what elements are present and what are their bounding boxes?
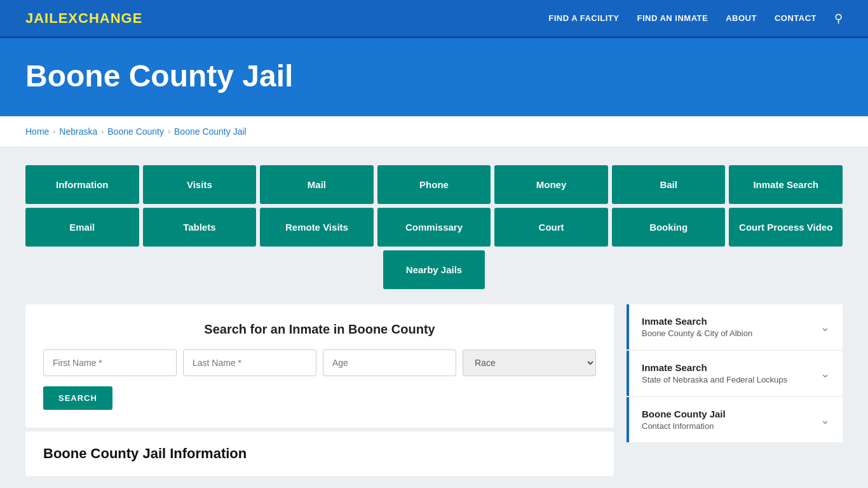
btn-nearby-jails[interactable]: Nearby Jails (383, 250, 485, 289)
content-lower: Search for an Inmate in Boone County Rac… (25, 304, 843, 476)
search-title: Search for an Inmate in Boone County (43, 322, 596, 337)
button-grid-row3: Nearby Jails (25, 250, 843, 289)
button-grid-row1: Information Visits Mail Phone Money Bail… (25, 165, 843, 204)
search-icon[interactable]: ⚲ (834, 11, 843, 25)
info-section: Boone County Jail Information (25, 431, 614, 476)
sidebar-item-title: Boone County Jail (642, 409, 726, 419)
sidebar: Inmate Search Boone County & City of Alb… (627, 304, 843, 444)
btn-bail[interactable]: Bail (612, 165, 726, 204)
sidebar-item-inmate-search-state[interactable]: Inmate Search State of Nebraska and Fede… (627, 351, 843, 396)
nav-about[interactable]: ABOUT (726, 13, 757, 23)
btn-commissary[interactable]: Commissary (377, 208, 491, 247)
nav-find-inmate[interactable]: FIND AN INMATE (637, 13, 708, 23)
breadcrumb-boone-county-jail[interactable]: Boone County Jail (174, 126, 247, 137)
first-name-input[interactable] (43, 349, 177, 376)
btn-information[interactable]: Information (25, 165, 139, 204)
nav-find-facility[interactable]: FIND A FACILITY (548, 13, 619, 23)
race-select[interactable]: Race White Black Hispanic Asian Other (463, 349, 596, 376)
navbar: JAILEXCHANGE FIND A FACILITY FIND AN INM… (0, 0, 868, 38)
search-box: Search for an Inmate in Boone County Rac… (25, 304, 614, 428)
sidebar-item-title: Inmate Search (642, 316, 752, 327)
btn-remote-visits[interactable]: Remote Visits (260, 208, 374, 247)
main-content: Information Visits Mail Phone Money Bail… (0, 147, 868, 488)
chevron-down-icon: ⌄ (820, 367, 830, 381)
btn-court-process-video[interactable]: Court Process Video (729, 208, 843, 247)
btn-phone[interactable]: Phone (377, 165, 491, 204)
info-title: Boone County Jail Information (43, 445, 596, 462)
chevron-icon: › (168, 127, 170, 136)
last-name-input[interactable] (183, 349, 316, 376)
chevron-icon: › (53, 127, 55, 136)
breadcrumb-boone-county[interactable]: Boone County (107, 126, 164, 137)
btn-booking[interactable]: Booking (612, 208, 726, 247)
breadcrumb-nebraska[interactable]: Nebraska (59, 126, 97, 137)
btn-mail[interactable]: Mail (260, 165, 374, 204)
page-title: Boone County Jail (25, 58, 843, 93)
btn-tablets[interactable]: Tablets (143, 208, 257, 247)
brand-logo[interactable]: JAILEXCHANGE (25, 10, 142, 27)
sidebar-item-title: Inmate Search (642, 362, 787, 373)
btn-inmate-search[interactable]: Inmate Search (729, 165, 843, 204)
breadcrumb: Home › Nebraska › Boone County › Boone C… (0, 116, 868, 147)
search-button[interactable]: SEARCH (43, 386, 112, 410)
btn-court[interactable]: Court (494, 208, 608, 247)
sidebar-item-contact[interactable]: Boone County Jail Contact Information ⌄ (627, 397, 843, 442)
sidebar-item-subtitle: State of Nebraska and Federal Lockups (642, 375, 787, 384)
btn-email[interactable]: Email (25, 208, 139, 247)
chevron-down-icon: ⌄ (820, 413, 830, 427)
sidebar-item-inmate-search-boone[interactable]: Inmate Search Boone County & City of Alb… (627, 304, 843, 349)
brand-name-part1: JAIL (25, 10, 58, 26)
sidebar-item-subtitle: Boone County & City of Albion (642, 329, 752, 338)
nav-links: FIND A FACILITY FIND AN INMATE ABOUT CON… (548, 11, 843, 25)
btn-visits[interactable]: Visits (143, 165, 257, 204)
sidebar-item-subtitle: Contact Information (642, 421, 726, 431)
hero-section: Boone County Jail (0, 38, 868, 116)
btn-money[interactable]: Money (494, 165, 608, 204)
search-fields: Race White Black Hispanic Asian Other (43, 349, 596, 376)
age-input[interactable] (323, 349, 456, 376)
chevron-down-icon: ⌄ (820, 320, 830, 334)
button-grid-row2: Email Tablets Remote Visits Commissary C… (25, 208, 843, 247)
breadcrumb-home[interactable]: Home (25, 126, 49, 137)
brand-highlight: EXCHANGE (58, 10, 143, 26)
nav-contact[interactable]: CONTACT (775, 13, 817, 23)
chevron-icon: › (101, 127, 104, 136)
